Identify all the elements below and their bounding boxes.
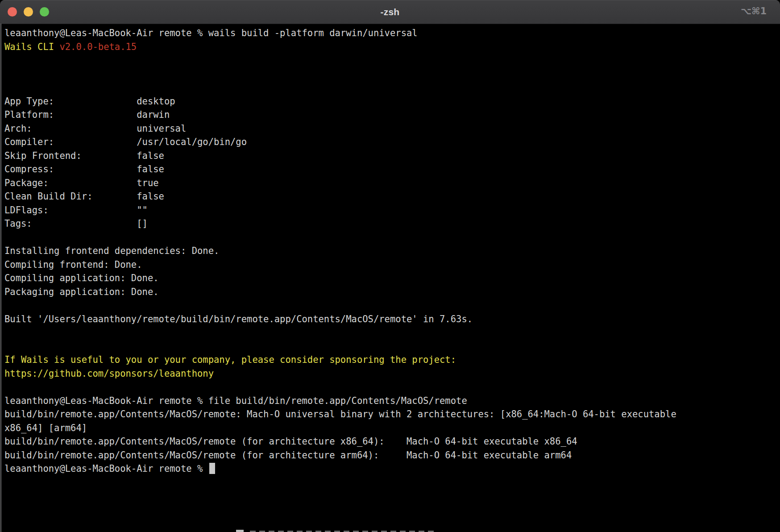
terminal-text-segment: Tags: [] xyxy=(4,218,148,229)
terminal-line: Compress: false xyxy=(4,162,776,176)
terminal-cursor xyxy=(209,463,215,474)
title-bar[interactable]: -zsh ⌥⌘1 xyxy=(0,0,780,24)
terminal-text-segment: Compress: false xyxy=(4,164,164,175)
terminal-line xyxy=(4,340,776,353)
terminal-line: If Wails is useful to you or your compan… xyxy=(4,353,776,367)
zoom-button[interactable] xyxy=(40,7,49,17)
terminal-text-segment: build/bin/remote.app/Contents/MacOS/remo… xyxy=(4,409,676,420)
terminal-line: App Type: desktop xyxy=(4,95,776,108)
terminal-text-segment: LDFlags: "" xyxy=(4,205,148,216)
terminal-line xyxy=(4,326,776,340)
terminal-output[interactable]: leaanthony@Leas-MacBook-Air remote % wai… xyxy=(0,24,780,532)
terminal-line xyxy=(4,54,776,67)
terminal-line: Compiler: /usr/local/go/bin/go xyxy=(4,135,776,149)
terminal-line xyxy=(4,81,776,95)
terminal-text-segment: If Wails is useful to you or your compan… xyxy=(4,354,456,365)
terminal-text-segment: Clean Build Dir: false xyxy=(4,191,164,202)
terminal-line: Platform: darwin xyxy=(4,108,776,122)
terminal-text-segment: Compiling frontend: Done. xyxy=(4,259,142,270)
terminal-line: LDFlags: "" xyxy=(4,204,776,217)
terminal-line: build/bin/remote.app/Contents/MacOS/remo… xyxy=(4,449,776,462)
terminal-text-segment: Installing frontend dependencies: Done. xyxy=(4,245,219,256)
terminal-line: Packaging application: Done. xyxy=(4,285,776,299)
traffic-lights xyxy=(8,7,49,17)
terminal-text-segment: App Type: desktop xyxy=(4,96,175,107)
terminal-line: leaanthony@Leas-MacBook-Air remote % xyxy=(4,462,776,476)
terminal-line: Compiling application: Done. xyxy=(4,271,776,285)
terminal-text-segment: Wails CLI xyxy=(4,42,59,52)
terminal-line: Tags: [] xyxy=(4,217,776,231)
terminal-text-segment: Compiling application: Done. xyxy=(4,273,159,283)
terminal-text-segment: x86_64] [arm64] xyxy=(4,423,87,433)
terminal-line xyxy=(4,231,776,245)
terminal-line xyxy=(4,67,776,81)
terminal-line: Built '/Users/leaanthony/remote/build/bi… xyxy=(4,312,776,326)
window-shortcut-badge: ⌥⌘1 xyxy=(741,6,767,17)
terminal-line: Package: true xyxy=(4,176,776,190)
terminal-text-segment: https://github.com/sponsors/leaanthony xyxy=(4,368,214,379)
terminal-text-segment: Packaging application: Done. xyxy=(4,287,159,297)
terminal-line xyxy=(4,380,776,394)
terminal-text-segment: build/bin/remote.app/Contents/MacOS/remo… xyxy=(4,450,572,461)
terminal-line: Clean Build Dir: false xyxy=(4,190,776,204)
terminal-line: build/bin/remote.app/Contents/MacOS/remo… xyxy=(4,435,776,449)
close-button[interactable] xyxy=(8,7,17,17)
clipped-text-remnant xyxy=(236,530,244,532)
terminal-text-segment: Skip Frontend: false xyxy=(4,150,164,161)
terminal-line: Skip Frontend: false xyxy=(4,149,776,163)
terminal-text-segment: Compiler: /usr/local/go/bin/go xyxy=(4,137,247,147)
terminal-window: -zsh ⌥⌘1 leaanthony@Leas-MacBook-Air rem… xyxy=(0,0,780,532)
terminal-line: leaanthony@Leas-MacBook-Air remote % wai… xyxy=(4,26,776,40)
terminal-text-segment: Built '/Users/leaanthony/remote/build/bi… xyxy=(4,314,473,324)
terminal-text-segment: Platform: darwin xyxy=(4,109,170,120)
window-title: -zsh xyxy=(381,7,400,17)
terminal-line: build/bin/remote.app/Contents/MacOS/remo… xyxy=(4,407,776,421)
terminal-text-segment: leaanthony@Leas-MacBook-Air remote % xyxy=(4,463,208,474)
terminal-text-segment: leaanthony@Leas-MacBook-Air remote % fil… xyxy=(4,395,467,406)
terminal-text-segment: build/bin/remote.app/Contents/MacOS/remo… xyxy=(4,436,577,447)
terminal-line: Installing frontend dependencies: Done. xyxy=(4,244,776,258)
terminal-line: Wails CLI v2.0.0-beta.15 xyxy=(4,40,776,54)
terminal-line: leaanthony@Leas-MacBook-Air remote % fil… xyxy=(4,394,776,408)
terminal-text-segment: Package: true xyxy=(4,178,159,188)
terminal-text-segment: v2.0.0-beta.15 xyxy=(59,42,137,52)
terminal-text-segment: Arch: universal xyxy=(4,123,186,134)
minimize-button[interactable] xyxy=(24,7,33,17)
window-left-edge xyxy=(0,24,1,532)
terminal-text-segment: leaanthony@Leas-MacBook-Air remote % wai… xyxy=(4,28,418,38)
terminal-line: Arch: universal xyxy=(4,122,776,136)
terminal-line xyxy=(4,299,776,312)
terminal-line: https://github.com/sponsors/leaanthony xyxy=(4,367,776,381)
terminal-line: Compiling frontend: Done. xyxy=(4,258,776,272)
terminal-line: x86_64] [arm64] xyxy=(4,421,776,435)
